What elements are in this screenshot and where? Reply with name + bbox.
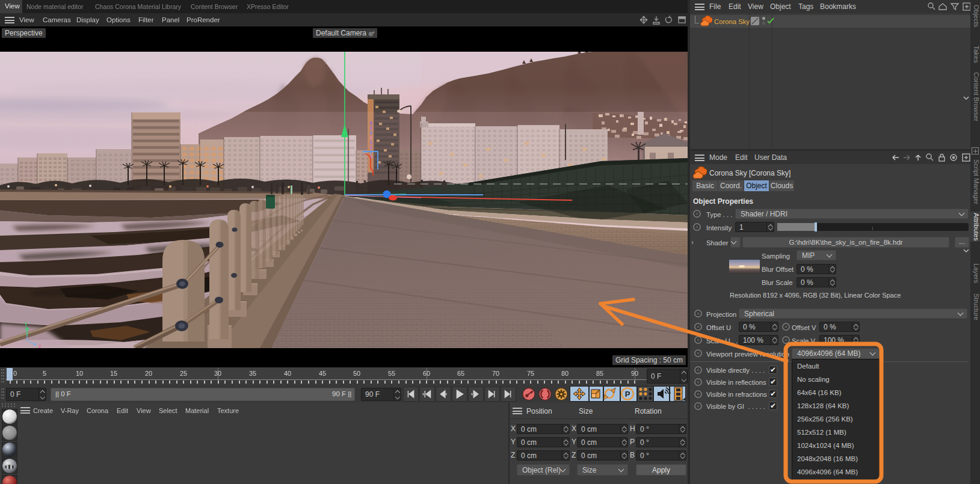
svg-text:P: P [625,390,630,399]
svg-text:z: z [39,343,42,348]
svg-text:y: y [25,320,28,326]
